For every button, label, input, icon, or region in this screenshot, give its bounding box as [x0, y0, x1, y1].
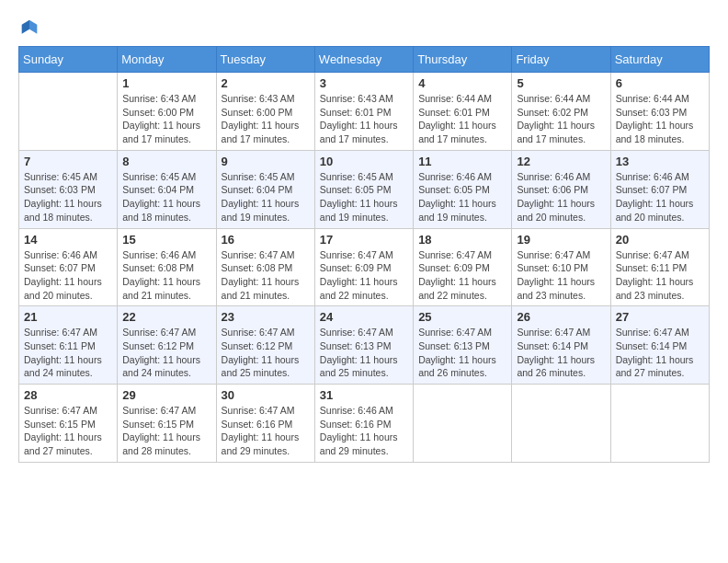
calendar-cell: 5Sunrise: 6:44 AM Sunset: 6:02 PM Daylig…	[512, 73, 610, 151]
day-info: Sunrise: 6:46 AM Sunset: 6:07 PM Dayligh…	[24, 248, 112, 303]
svg-marker-1	[22, 20, 29, 34]
logo	[18, 18, 39, 37]
calendar-cell: 11Sunrise: 6:46 AM Sunset: 6:05 PM Dayli…	[414, 150, 512, 228]
day-number: 19	[517, 233, 605, 247]
day-number: 22	[122, 310, 210, 324]
day-info: Sunrise: 6:45 AM Sunset: 6:04 PM Dayligh…	[122, 170, 210, 224]
calendar-week-row: 14Sunrise: 6:46 AM Sunset: 6:07 PM Dayli…	[19, 228, 710, 306]
day-number: 15	[122, 233, 210, 247]
day-info: Sunrise: 6:46 AM Sunset: 6:08 PM Dayligh…	[122, 248, 210, 303]
calendar-cell: 9Sunrise: 6:45 AM Sunset: 6:04 PM Daylig…	[216, 150, 314, 228]
calendar-cell: 8Sunrise: 6:45 AM Sunset: 6:04 PM Daylig…	[118, 150, 216, 228]
calendar-header-tuesday: Tuesday	[216, 47, 314, 73]
day-info: Sunrise: 6:47 AM Sunset: 6:11 PM Dayligh…	[616, 248, 704, 303]
day-info: Sunrise: 6:44 AM Sunset: 6:03 PM Dayligh…	[616, 92, 704, 146]
calendar-week-row: 28Sunrise: 6:47 AM Sunset: 6:15 PM Dayli…	[19, 385, 710, 463]
day-info: Sunrise: 6:46 AM Sunset: 6:05 PM Dayligh…	[418, 170, 506, 224]
day-number: 7	[24, 155, 112, 168]
day-info: Sunrise: 6:46 AM Sunset: 6:16 PM Dayligh…	[320, 404, 408, 458]
calendar-cell: 18Sunrise: 6:47 AM Sunset: 6:09 PM Dayli…	[414, 228, 512, 306]
day-number: 27	[616, 310, 704, 324]
day-number: 1	[122, 76, 210, 90]
calendar-cell: 12Sunrise: 6:46 AM Sunset: 6:06 PM Dayli…	[512, 150, 610, 228]
day-info: Sunrise: 6:47 AM Sunset: 6:15 PM Dayligh…	[24, 404, 112, 458]
calendar-cell: 21Sunrise: 6:47 AM Sunset: 6:11 PM Dayli…	[19, 306, 118, 385]
day-info: Sunrise: 6:47 AM Sunset: 6:10 PM Dayligh…	[517, 248, 605, 303]
calendar-cell: 23Sunrise: 6:47 AM Sunset: 6:12 PM Dayli…	[216, 306, 314, 385]
day-number: 30	[222, 388, 310, 402]
svg-marker-0	[29, 20, 37, 34]
calendar-cell: 19Sunrise: 6:47 AM Sunset: 6:10 PM Dayli…	[512, 228, 610, 306]
day-info: Sunrise: 6:47 AM Sunset: 6:09 PM Dayligh…	[320, 248, 408, 303]
calendar-cell	[19, 73, 118, 151]
calendar-cell: 4Sunrise: 6:44 AM Sunset: 6:01 PM Daylig…	[414, 73, 512, 151]
calendar-header-monday: Monday	[118, 47, 216, 73]
calendar-cell: 15Sunrise: 6:46 AM Sunset: 6:08 PM Dayli…	[118, 228, 216, 306]
calendar-cell: 13Sunrise: 6:46 AM Sunset: 6:07 PM Dayli…	[610, 150, 709, 228]
day-number: 28	[24, 388, 112, 402]
day-number: 14	[24, 233, 112, 247]
day-number: 12	[517, 155, 605, 168]
day-info: Sunrise: 6:46 AM Sunset: 6:07 PM Dayligh…	[616, 170, 704, 224]
day-number: 31	[320, 388, 408, 402]
calendar-header-sunday: Sunday	[19, 47, 118, 73]
calendar-cell: 1Sunrise: 6:43 AM Sunset: 6:00 PM Daylig…	[118, 73, 216, 151]
calendar-week-row: 7Sunrise: 6:45 AM Sunset: 6:03 PM Daylig…	[19, 150, 710, 228]
day-info: Sunrise: 6:47 AM Sunset: 6:14 PM Dayligh…	[616, 326, 704, 380]
day-info: Sunrise: 6:45 AM Sunset: 6:03 PM Dayligh…	[24, 170, 112, 224]
calendar-week-row: 21Sunrise: 6:47 AM Sunset: 6:11 PM Dayli…	[19, 306, 710, 385]
calendar-cell: 6Sunrise: 6:44 AM Sunset: 6:03 PM Daylig…	[610, 73, 709, 151]
day-number: 24	[320, 310, 408, 324]
calendar-cell: 24Sunrise: 6:47 AM Sunset: 6:13 PM Dayli…	[314, 306, 413, 385]
day-info: Sunrise: 6:47 AM Sunset: 6:16 PM Dayligh…	[222, 404, 310, 458]
calendar-header-wednesday: Wednesday	[314, 47, 413, 73]
day-info: Sunrise: 6:47 AM Sunset: 6:13 PM Dayligh…	[418, 326, 506, 380]
day-number: 4	[418, 76, 506, 90]
day-number: 20	[616, 233, 704, 247]
calendar-header-saturday: Saturday	[610, 47, 709, 73]
calendar-cell: 25Sunrise: 6:47 AM Sunset: 6:13 PM Dayli…	[414, 306, 512, 385]
day-info: Sunrise: 6:43 AM Sunset: 6:01 PM Dayligh…	[320, 92, 408, 146]
day-number: 26	[517, 310, 605, 324]
calendar-cell: 7Sunrise: 6:45 AM Sunset: 6:03 PM Daylig…	[19, 150, 118, 228]
calendar-cell: 16Sunrise: 6:47 AM Sunset: 6:08 PM Dayli…	[216, 228, 314, 306]
day-number: 29	[122, 388, 210, 402]
page-header	[18, 18, 710, 37]
day-info: Sunrise: 6:43 AM Sunset: 6:00 PM Dayligh…	[222, 92, 310, 146]
day-number: 17	[320, 233, 408, 247]
day-info: Sunrise: 6:47 AM Sunset: 6:12 PM Dayligh…	[222, 326, 310, 380]
day-info: Sunrise: 6:47 AM Sunset: 6:12 PM Dayligh…	[122, 326, 210, 380]
calendar-cell: 17Sunrise: 6:47 AM Sunset: 6:09 PM Dayli…	[314, 228, 413, 306]
day-info: Sunrise: 6:46 AM Sunset: 6:06 PM Dayligh…	[517, 170, 605, 224]
day-number: 16	[222, 233, 310, 247]
calendar-cell: 10Sunrise: 6:45 AM Sunset: 6:05 PM Dayli…	[314, 150, 413, 228]
day-info: Sunrise: 6:47 AM Sunset: 6:09 PM Dayligh…	[418, 248, 506, 303]
day-info: Sunrise: 6:47 AM Sunset: 6:14 PM Dayligh…	[517, 326, 605, 380]
calendar-header-row: SundayMondayTuesdayWednesdayThursdayFrid…	[19, 47, 710, 73]
calendar-cell	[512, 385, 610, 463]
day-info: Sunrise: 6:44 AM Sunset: 6:01 PM Dayligh…	[418, 92, 506, 146]
calendar-header-friday: Friday	[512, 47, 610, 73]
day-number: 9	[222, 155, 310, 168]
calendar-cell: 27Sunrise: 6:47 AM Sunset: 6:14 PM Dayli…	[610, 306, 709, 385]
day-number: 3	[320, 76, 408, 90]
calendar-cell	[414, 385, 512, 463]
calendar-header-thursday: Thursday	[414, 47, 512, 73]
day-number: 11	[418, 155, 506, 168]
calendar-cell: 26Sunrise: 6:47 AM Sunset: 6:14 PM Dayli…	[512, 306, 610, 385]
calendar-cell: 2Sunrise: 6:43 AM Sunset: 6:00 PM Daylig…	[216, 73, 314, 151]
calendar-cell	[610, 385, 709, 463]
calendar-cell: 3Sunrise: 6:43 AM Sunset: 6:01 PM Daylig…	[314, 73, 413, 151]
calendar-cell: 20Sunrise: 6:47 AM Sunset: 6:11 PM Dayli…	[610, 228, 709, 306]
calendar-cell: 28Sunrise: 6:47 AM Sunset: 6:15 PM Dayli…	[19, 385, 118, 463]
calendar-cell: 22Sunrise: 6:47 AM Sunset: 6:12 PM Dayli…	[118, 306, 216, 385]
calendar-cell: 31Sunrise: 6:46 AM Sunset: 6:16 PM Dayli…	[314, 385, 413, 463]
day-number: 21	[24, 310, 112, 324]
day-number: 18	[418, 233, 506, 247]
day-info: Sunrise: 6:45 AM Sunset: 6:04 PM Dayligh…	[222, 170, 310, 224]
day-number: 25	[418, 310, 506, 324]
calendar-cell: 14Sunrise: 6:46 AM Sunset: 6:07 PM Dayli…	[19, 228, 118, 306]
day-number: 8	[122, 155, 210, 168]
day-number: 5	[517, 76, 605, 90]
day-number: 13	[616, 155, 704, 168]
